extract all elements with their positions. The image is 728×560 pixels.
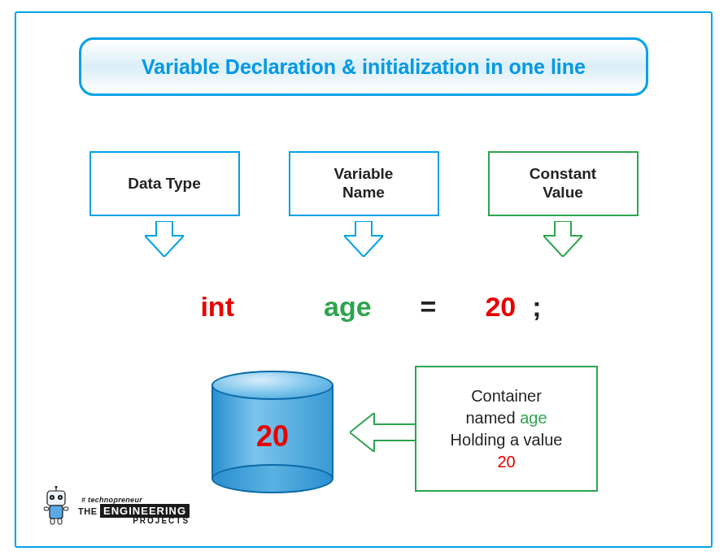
container-cylinder: 20 [211,371,333,493]
title-text: Variable Declaration & initialization in… [142,55,586,79]
callout-datatype-label: Data Type [128,175,200,193]
svg-point-7 [51,497,53,498]
cylinder-bottom [211,464,333,493]
explain-age-word: age [520,409,547,427]
svg-marker-3 [350,413,416,452]
brand-tag: # technopreneur [81,497,190,504]
callout-varname: Variable Name [289,151,439,257]
arrow-down-icon [344,221,383,257]
token-semicolon: ; [532,291,541,323]
arrow-down-icon [543,221,582,257]
diagram-frame: Variable Declaration & initialization in… [15,11,713,548]
callout-datatype-box: Data Type [89,151,240,216]
code-line: int age = 20 ; [16,291,711,323]
title-pill: Variable Declaration & initialization in… [79,37,648,96]
token-identifier: age [324,291,372,323]
svg-marker-0 [145,221,184,257]
svg-rect-13 [63,507,68,510]
callout-datatype: Data Type [89,151,240,257]
svg-point-8 [59,497,61,498]
cylinder-value: 20 [211,419,333,454]
svg-rect-14 [50,519,54,524]
brand-logo: # technopreneur THE ENGINEERING PROJECTS [39,486,190,525]
svg-marker-2 [543,221,582,257]
cylinder-top [211,371,333,400]
svg-marker-1 [344,221,383,257]
explain-value-word: 20 [497,451,515,473]
robot-icon [39,486,73,525]
arrow-left-icon [350,413,416,452]
token-operator: = [421,291,437,323]
svg-rect-11 [50,506,63,519]
explain-line3: Holding a value [451,429,563,451]
callout-constval-box: Constant Value [488,151,639,216]
brand-projects: PROJECTS [78,517,190,525]
callout-varname-box: Variable Name [289,151,439,216]
svg-rect-15 [58,519,62,524]
callout-varname-label: Variable Name [334,165,394,202]
explain-box: Container named age Holding a value 20 [415,366,598,492]
brand-the: THE [78,506,100,516]
svg-point-10 [55,486,58,488]
token-keyword: int [200,291,234,323]
arrow-down-icon [145,221,184,257]
brand-line: THE ENGINEERING [78,504,190,517]
callout-constval-label: Constant Value [530,165,596,202]
explain-line2-pre: named [465,409,520,427]
token-value: 20 [485,291,516,323]
explain-line2: named age [465,407,547,429]
callout-row: Data Type Variable Name Constant Value [16,151,711,257]
brand-text: # technopreneur THE ENGINEERING PROJECTS [78,497,190,525]
explain-line1: Container [471,385,542,407]
svg-rect-12 [44,507,49,510]
callout-constval: Constant Value [488,151,639,257]
